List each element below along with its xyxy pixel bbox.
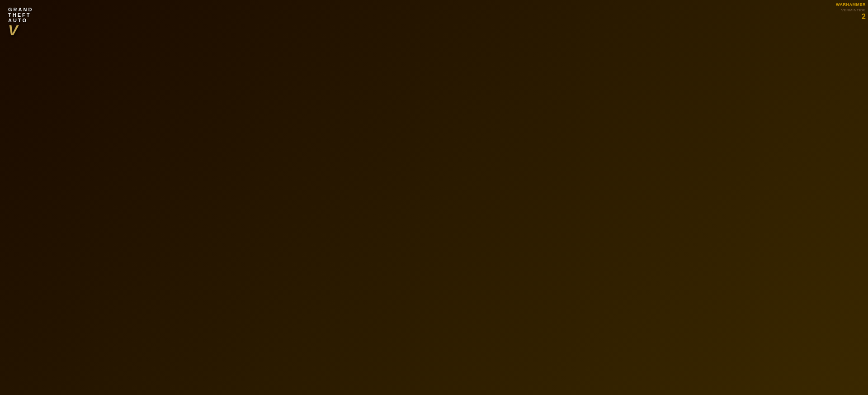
- list-item: WARHAMMER VERMINTIDE 2 Warhammer: Vermin…: [0, 235, 868, 273]
- unscheduled-section: Unscheduled (1) WARHAMMER VERMINTIDE 2 W…: [0, 212, 868, 273]
- vermintide2-thumbnail: WARHAMMER VERMINTIDE 2: [9, 239, 76, 270]
- gta-logo: V: [8, 23, 33, 38]
